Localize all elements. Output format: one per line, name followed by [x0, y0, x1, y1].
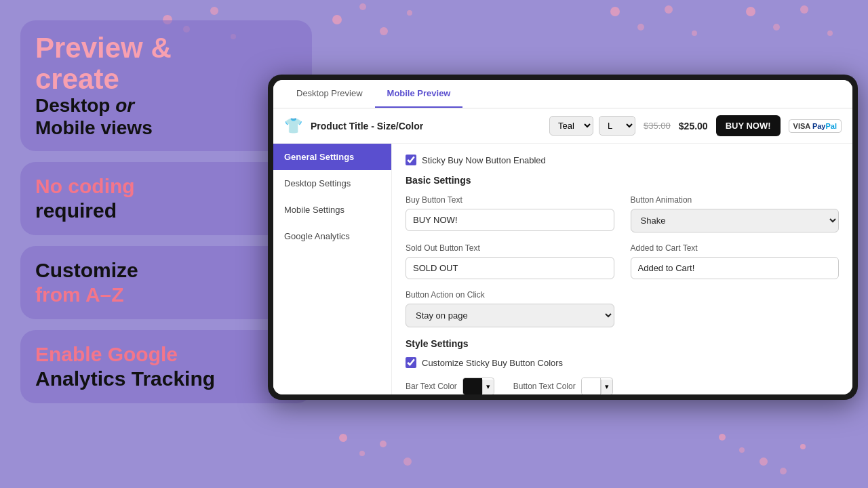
button-action-select[interactable]: Stay on page Go to cart Go to checkout [406, 304, 614, 327]
added-to-cart-input[interactable] [631, 257, 840, 279]
feature-label-customize: Customize from A–Z [35, 258, 297, 307]
product-bar: 👕 Product Title - Size/Color Teal Blue R… [273, 108, 852, 144]
buy-now-button[interactable]: BUY NOW! [716, 115, 781, 136]
customize-colors-checkbox[interactable] [406, 357, 416, 368]
variant2-select[interactable]: L S M XL [599, 116, 635, 136]
sticky-checkbox-row: Sticky Buy Now Button Enabled [406, 155, 839, 165]
sidebar-item-general[interactable]: General Settings [273, 144, 391, 170]
button-text-color-arrow[interactable]: ▾ [601, 380, 612, 394]
customize-colors-label: Customize Sticky Buy Button Colors [422, 358, 563, 368]
color-row: Bar Text Color ▾ Button Text Color ▾ [406, 378, 839, 394]
product-icon: 👕 [284, 117, 302, 135]
sticky-checkbox-label: Sticky Buy Now Button Enabled [422, 155, 546, 165]
buy-button-text-group: Buy Button Text [406, 195, 614, 232]
sticky-checkbox[interactable] [406, 155, 416, 165]
variant1-select[interactable]: Teal Blue Red [549, 116, 593, 136]
button-animation-select[interactable]: Shake Pulse None [631, 209, 840, 232]
price-sale: $25.00 [679, 121, 708, 131]
customize-colors-row: Customize Sticky Buy Button Colors [406, 357, 839, 368]
basic-settings-grid: Buy Button Text Button Animation Shake P… [406, 195, 839, 327]
sold-out-text-input[interactable] [406, 257, 614, 279]
button-animation-label: Button Animation [631, 195, 840, 205]
app-window: Desktop Preview Mobile Preview 👕 Product… [268, 75, 858, 400]
feature-label-analytics: Enable Google Analytics Tracking [35, 342, 297, 391]
added-to-cart-group: Added to Cart Text [631, 243, 840, 279]
button-text-color-group: Button Text Color ▾ [513, 378, 613, 394]
product-title: Product Title - Size/Color [311, 121, 541, 131]
bar-text-color-swatch-wrapper[interactable]: ▾ [462, 378, 494, 394]
tabs-bar: Desktop Preview Mobile Preview [273, 80, 852, 108]
sidebar-item-analytics[interactable]: Google Analytics [273, 223, 391, 249]
button-action-label: Button Action on Click [406, 290, 614, 300]
tab-desktop-preview[interactable]: Desktop Preview [284, 80, 375, 108]
bar-text-color-arrow[interactable]: ▾ [482, 380, 494, 394]
bar-text-color-swatch [463, 378, 482, 394]
sidebar-item-desktop[interactable]: Desktop Settings [273, 170, 391, 197]
feature-label-no-coding: No coding required [35, 174, 297, 223]
window-inner: Desktop Preview Mobile Preview 👕 Product… [273, 80, 852, 394]
sidebar-item-mobile[interactable]: Mobile Settings [273, 197, 391, 223]
product-dropdowns: Teal Blue Red L S M XL [549, 116, 635, 136]
basic-settings-title: Basic Settings [406, 175, 839, 186]
feature-title-preview: Preview & create [35, 33, 297, 95]
button-text-color-label: Button Text Color [513, 382, 576, 391]
buy-button-text-label: Buy Button Text [406, 195, 614, 205]
sidebar: General Settings Desktop Settings Mobile… [273, 144, 392, 394]
button-animation-group: Button Animation Shake Pulse None [631, 195, 840, 232]
bar-text-color-label: Bar Text Color [406, 382, 457, 391]
button-text-color-swatch-wrapper[interactable]: ▾ [581, 378, 613, 394]
sold-out-text-label: Sold Out Button Text [406, 243, 614, 253]
feature-subtitle-views: Desktop or Mobile views [35, 95, 297, 138]
button-text-color-swatch [582, 378, 601, 394]
price-original: $35.00 [644, 121, 671, 131]
style-settings-title: Style Settings [406, 338, 839, 349]
paypal-badge: VISA PayPal [789, 119, 842, 133]
button-action-group: Button Action on Click Stay on page Go t… [406, 290, 614, 327]
main-content: General Settings Desktop Settings Mobile… [273, 144, 852, 394]
tab-mobile-preview[interactable]: Mobile Preview [375, 80, 463, 108]
bar-text-color-group: Bar Text Color ▾ [406, 378, 494, 394]
sold-out-text-group: Sold Out Button Text [406, 243, 614, 279]
settings-panel: Sticky Buy Now Button Enabled Basic Sett… [392, 144, 852, 394]
buy-button-text-input[interactable] [406, 209, 614, 231]
added-to-cart-label: Added to Cart Text [631, 243, 840, 253]
